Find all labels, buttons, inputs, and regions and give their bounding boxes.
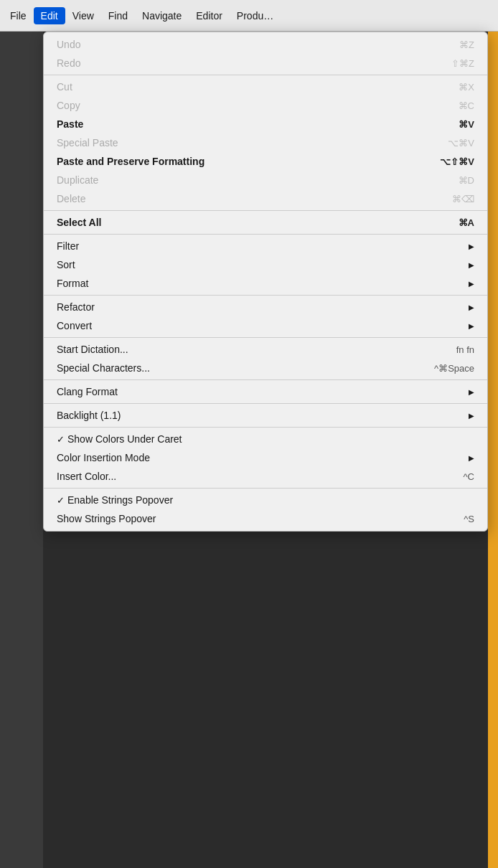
menu-editor[interactable]: Editor [189, 7, 230, 24]
menu-item-color-insertion[interactable]: Color Insertion Mode ▶ [44, 448, 487, 467]
menu-item-paste-shortcut: ⌘V [459, 119, 474, 130]
menu-item-cut[interactable]: Cut ⌘X [44, 77, 487, 96]
separator-1 [44, 75, 487, 75]
menu-item-redo[interactable]: Redo ⇧⌘Z [44, 54, 487, 72]
convert-submenu-arrow: ▶ [469, 322, 474, 330]
menu-item-start-dictation[interactable]: Start Dictation... fn fn [44, 340, 487, 359]
refactor-submenu-arrow: ▶ [469, 303, 474, 311]
menu-item-show-colors[interactable]: ✓ Show Colors Under Caret [44, 430, 487, 448]
sidebar-background [0, 32, 43, 868]
menu-item-show-strings-shortcut: ^S [464, 514, 474, 524]
menu-item-select-all-shortcut: ⌘A [459, 217, 474, 228]
menu-item-special-paste[interactable]: Special Paste ⌥⌘V [44, 133, 487, 152]
menu-item-redo-shortcut: ⇧⌘Z [451, 58, 474, 69]
menu-item-select-all[interactable]: Select All ⌘A [44, 213, 487, 232]
separator-7 [44, 403, 487, 404]
menu-bar: File Edit View Find Navigate Editor Prod… [0, 0, 498, 32]
color-insertion-submenu-arrow: ▶ [469, 454, 474, 462]
menu-navigate[interactable]: Navigate [135, 7, 189, 24]
menu-item-paste-preserve-shortcut: ⌥⇧⌘V [440, 156, 474, 167]
menu-item-show-strings[interactable]: Show Strings Popover ^S [44, 509, 487, 528]
menu-item-select-all-label: Select All [57, 217, 444, 228]
separator-9 [44, 488, 487, 489]
separator-6 [44, 379, 487, 380]
sort-submenu-arrow: ▶ [469, 261, 474, 269]
menu-item-sort[interactable]: Sort ▶ [44, 255, 487, 274]
menu-item-start-dictation-label: Start Dictation... [57, 344, 442, 355]
menu-item-undo-label: Undo [57, 39, 445, 50]
menu-item-filter[interactable]: Filter ▶ [44, 237, 487, 255]
filter-submenu-arrow: ▶ [469, 242, 474, 250]
separator-5 [44, 337, 487, 338]
menu-item-refactor[interactable]: Refactor ▶ [44, 298, 487, 316]
menu-item-undo-shortcut: ⌘Z [459, 39, 474, 50]
menu-item-refactor-label: Refactor [57, 301, 466, 313]
menu-item-clang-format[interactable]: Clang Format ▶ [44, 382, 487, 401]
show-colors-checkmark: ✓ [57, 434, 65, 445]
menu-item-paste[interactable]: Paste ⌘V [44, 115, 487, 133]
enable-strings-checkmark: ✓ [57, 495, 65, 506]
menu-item-duplicate-shortcut: ⌘D [459, 175, 474, 186]
menu-item-insert-color[interactable]: Insert Color... ^C [44, 467, 487, 486]
menu-item-paste-preserve[interactable]: Paste and Preserve Formatting ⌥⇧⌘V [44, 152, 487, 171]
menu-item-format-label: Format [57, 278, 466, 289]
menu-item-special-characters-label: Special Characters... [57, 362, 420, 374]
menu-item-insert-color-shortcut: ^C [464, 471, 475, 482]
menu-item-show-strings-label: Show Strings Popover [57, 513, 449, 524]
menu-item-cut-label: Cut [57, 81, 444, 93]
menu-item-special-paste-shortcut: ⌥⌘V [448, 138, 474, 148]
menu-item-undo[interactable]: Undo ⌘Z [44, 35, 487, 54]
menu-product[interactable]: Produ… [230, 7, 281, 24]
clang-format-submenu-arrow: ▶ [469, 388, 474, 396]
menu-item-insert-color-label: Insert Color... [57, 471, 449, 482]
menu-item-duplicate-label: Duplicate [57, 174, 444, 186]
separator-8 [44, 427, 487, 428]
edit-dropdown-menu: Undo ⌘Z Redo ⇧⌘Z Cut ⌘X Copy ⌘C Paste ⌘V… [43, 32, 488, 532]
menu-item-enable-strings-label: Enable Strings Popover [67, 494, 474, 506]
menu-item-backlight[interactable]: Backlight (1.1) ▶ [44, 406, 487, 425]
menu-item-special-paste-label: Special Paste [57, 137, 433, 148]
menu-item-convert[interactable]: Convert ▶ [44, 316, 487, 335]
separator-3 [44, 234, 487, 235]
right-accent-bar [488, 32, 498, 868]
menu-item-show-colors-label: Show Colors Under Caret [67, 433, 474, 445]
menu-item-filter-label: Filter [57, 240, 466, 252]
menu-item-special-characters-shortcut: ^⌘Space [434, 363, 474, 374]
menu-find[interactable]: Find [101, 7, 135, 24]
menu-item-redo-label: Redo [57, 57, 437, 69]
menu-item-start-dictation-shortcut: fn fn [456, 344, 474, 355]
menu-item-copy-shortcut: ⌘C [459, 100, 474, 111]
menu-item-paste-preserve-label: Paste and Preserve Formatting [57, 156, 426, 167]
separator-2 [44, 210, 487, 211]
menu-item-cut-shortcut: ⌘X [459, 82, 474, 93]
menu-item-sort-label: Sort [57, 259, 466, 270]
menu-item-enable-strings[interactable]: ✓ Enable Strings Popover [44, 491, 487, 509]
format-submenu-arrow: ▶ [469, 280, 474, 288]
menu-view[interactable]: View [65, 7, 101, 24]
menu-item-backlight-label: Backlight (1.1) [57, 410, 466, 421]
menu-file[interactable]: File [3, 7, 34, 24]
menu-item-convert-label: Convert [57, 320, 466, 331]
menu-item-copy[interactable]: Copy ⌘C [44, 96, 487, 115]
backlight-submenu-arrow: ▶ [469, 412, 474, 420]
menu-item-clang-format-label: Clang Format [57, 386, 466, 397]
separator-4 [44, 295, 487, 296]
menu-edit[interactable]: Edit [34, 7, 65, 24]
menu-item-duplicate[interactable]: Duplicate ⌘D [44, 171, 487, 189]
menu-item-delete-shortcut: ⌘⌫ [452, 194, 474, 204]
menu-item-copy-label: Copy [57, 100, 444, 111]
menu-item-delete[interactable]: Delete ⌘⌫ [44, 189, 487, 208]
menu-item-paste-label: Paste [57, 118, 444, 130]
menu-item-color-insertion-label: Color Insertion Mode [57, 452, 466, 463]
menu-item-special-characters[interactable]: Special Characters... ^⌘Space [44, 359, 487, 377]
menu-item-format[interactable]: Format ▶ [44, 274, 487, 293]
menu-item-delete-label: Delete [57, 193, 438, 204]
